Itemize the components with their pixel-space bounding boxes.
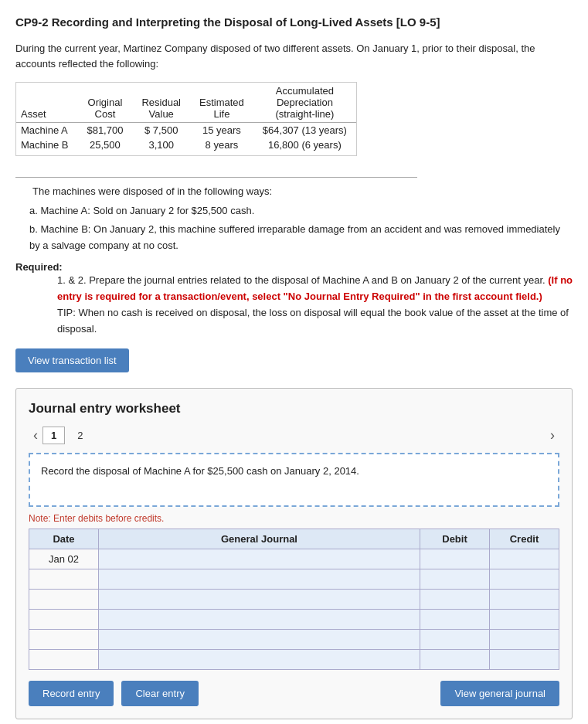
col-header-gj: General Journal (99, 529, 420, 549)
view-transaction-button[interactable]: View transaction list (15, 348, 129, 372)
view-general-journal-button[interactable]: View general journal (440, 681, 559, 706)
worksheet-card: Journal entry worksheet ‹ 1 2 › Record t… (15, 388, 573, 719)
table-row (29, 649, 559, 669)
note-text: Note: Enter debits before credits. (29, 513, 559, 524)
input-debit-4[interactable] (420, 610, 489, 629)
cell-debit-5[interactable] (420, 629, 490, 649)
required-label: Required: (15, 261, 63, 273)
table-row: Jan 02 (29, 549, 559, 569)
required-number: 1. & 2. (57, 274, 87, 286)
input-gj-2[interactable] (99, 569, 420, 589)
cell-credit-3[interactable] (490, 589, 559, 609)
cell-cost-a: $81,700 (77, 123, 132, 138)
page-next-button[interactable]: › (546, 426, 559, 445)
input-gj-3[interactable] (99, 590, 420, 609)
disposal-text: The machines were disposed of in the fol… (32, 185, 573, 197)
col-header-debit: Debit (420, 529, 490, 549)
cell-debit-3[interactable] (420, 589, 490, 609)
cell-date-1: Jan 02 (29, 549, 99, 569)
input-credit-6[interactable] (490, 650, 559, 669)
required-tip: TIP: When no cash is received on disposa… (57, 307, 569, 335)
cell-residual-b: 3,100 (132, 138, 190, 155)
list-item: a. Machine A: Sold on January 2 for $25,… (29, 203, 573, 219)
cell-debit-1[interactable] (420, 549, 490, 569)
table-header-row: Asset OriginalCost ResidualValue Estimat… (16, 83, 356, 123)
col-header-credit: Credit (490, 529, 559, 549)
journal-header-row: Date General Journal Debit Credit (29, 529, 559, 549)
cell-date-2 (29, 569, 99, 589)
disposal-list: a. Machine A: Sold on January 2 for $25,… (29, 203, 573, 253)
input-gj-6[interactable] (99, 650, 420, 669)
table-divider (15, 177, 417, 178)
table-row (29, 589, 559, 609)
action-buttons-row: Record entry Clear entry View general jo… (29, 681, 559, 706)
input-credit-5[interactable] (490, 630, 559, 649)
page-num-active[interactable]: 1 (42, 427, 65, 444)
cell-gj-1[interactable] (99, 549, 420, 569)
cell-date-4 (29, 609, 99, 629)
record-entry-button[interactable]: Record entry (29, 681, 114, 706)
input-gj-5[interactable] (99, 630, 420, 649)
cell-asset-a: Machine A (16, 123, 77, 138)
instruction-box: Record the disposal of Machine A for $25… (29, 453, 559, 507)
table-row: Machine A $81,700 $ 7,500 15 years $64,3… (16, 123, 356, 138)
input-credit-1[interactable] (490, 549, 559, 569)
cell-dep-a: $64,307 (13 years) (253, 123, 356, 138)
cell-debit-4[interactable] (420, 609, 490, 629)
input-credit-3[interactable] (490, 590, 559, 609)
cell-asset-b: Machine B (16, 138, 77, 155)
required-section: Required: 1. & 2. Prepare the journal en… (15, 261, 573, 337)
cell-debit-2[interactable] (420, 569, 490, 589)
pagination-row: ‹ 1 2 › (29, 426, 559, 445)
cell-cost-b: 25,500 (77, 138, 132, 155)
col-header-accum-dep: AccumulatedDepreciation(straight-line) (253, 83, 356, 123)
input-gj-4[interactable] (99, 610, 420, 629)
table-row (29, 569, 559, 589)
input-debit-1[interactable] (420, 549, 489, 569)
cell-debit-6[interactable] (420, 649, 490, 669)
input-gj-1[interactable] (99, 549, 420, 569)
instruction-text: Record the disposal of Machine A for $25… (41, 465, 359, 477)
clear-entry-button[interactable]: Clear entry (121, 681, 199, 706)
cell-gj-4[interactable] (99, 609, 420, 629)
cell-gj-5[interactable] (99, 629, 420, 649)
input-debit-6[interactable] (420, 650, 489, 669)
input-debit-5[interactable] (420, 630, 489, 649)
input-debit-3[interactable] (420, 590, 489, 609)
cell-date-3 (29, 589, 99, 609)
cell-date-5 (29, 629, 99, 649)
cell-gj-2[interactable] (99, 569, 420, 589)
col-header-estimated-life: EstimatedLife (190, 83, 253, 123)
input-debit-2[interactable] (420, 569, 489, 589)
cell-credit-2[interactable] (490, 569, 559, 589)
cell-credit-4[interactable] (490, 609, 559, 629)
table-row: Machine B 25,500 3,100 8 years 16,800 (6… (16, 138, 356, 155)
input-credit-4[interactable] (490, 610, 559, 629)
cell-credit-5[interactable] (490, 629, 559, 649)
cell-date-6 (29, 649, 99, 669)
cell-gj-6[interactable] (99, 649, 420, 669)
cell-credit-6[interactable] (490, 649, 559, 669)
cell-credit-1[interactable] (490, 549, 559, 569)
table-row (29, 609, 559, 629)
page-title: CP9-2 Recording and Interpreting the Dis… (15, 14, 573, 30)
intro-text: During the current year, Martinez Compan… (15, 41, 573, 71)
cell-life-b: 8 years (190, 138, 253, 155)
input-credit-2[interactable] (490, 569, 559, 589)
worksheet-title: Journal entry worksheet (29, 401, 559, 416)
cell-dep-b: 16,800 (6 years) (253, 138, 356, 155)
col-header-residual-value: ResidualValue (132, 83, 190, 123)
cell-life-a: 15 years (190, 123, 253, 138)
required-body-text: Prepare the journal entries related to t… (89, 274, 545, 286)
journal-table: Date General Journal Debit Credit Jan 02 (29, 529, 559, 670)
col-header-date: Date (29, 529, 99, 549)
list-item: b. Machine B: On January 2, this machine… (29, 222, 573, 254)
col-header-original-cost: OriginalCost (77, 83, 132, 123)
asset-table: Asset OriginalCost ResidualValue Estimat… (16, 83, 356, 155)
table-row (29, 629, 559, 649)
page-num-inactive[interactable]: 2 (70, 427, 90, 444)
page-prev-button[interactable]: ‹ (29, 426, 42, 445)
cell-gj-3[interactable] (99, 589, 420, 609)
cell-residual-a: $ 7,500 (132, 123, 190, 138)
col-header-asset: Asset (16, 83, 77, 123)
